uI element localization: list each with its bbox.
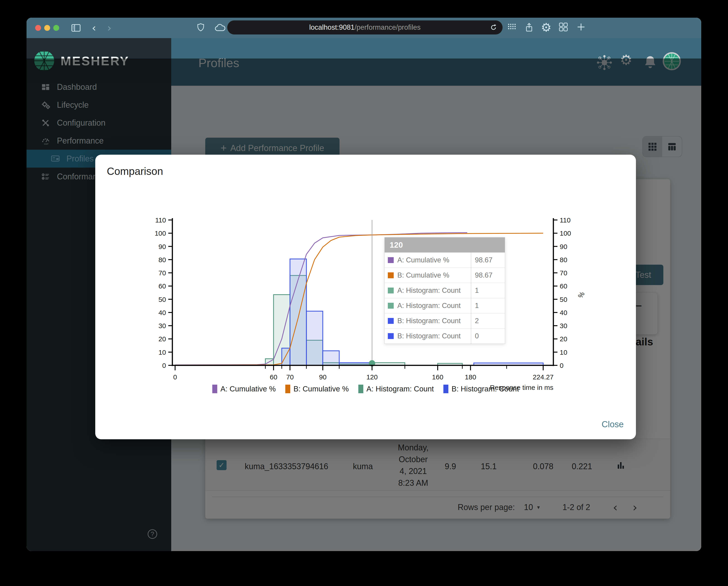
tooltip-row: B: Histogram: Count2 (385, 313, 505, 328)
svg-text:160: 160 (432, 373, 443, 381)
comparison-chart[interactable]: 0010102020303040405050606070708080909010… (95, 155, 636, 439)
tooltip-series-label: B: Cumulative % (397, 271, 471, 279)
tooltip-series-label: A: Cumulative % (397, 256, 471, 264)
tooltip-header: 120 (385, 237, 505, 252)
legend-item[interactable]: A: Histogram: Count (358, 384, 434, 393)
svg-text:20: 20 (158, 335, 166, 343)
legend-item[interactable]: A: Cumulative % (212, 384, 276, 393)
histogram-bar (323, 351, 339, 365)
svg-text:0: 0 (560, 362, 564, 369)
close-button[interactable]: Close (602, 420, 624, 429)
svg-text:110: 110 (155, 216, 166, 224)
chart-tooltip: 120 A: Cumulative %98.67B: Cumulative %9… (384, 237, 505, 344)
tooltip-row: B: Histogram: Count0 (385, 328, 505, 344)
chart-svg: 0010102020303040405050606070708080909010… (95, 155, 636, 439)
browser-settings-gear-icon[interactable]: ⚙ (541, 20, 551, 34)
minimize-window-button[interactable] (44, 25, 50, 31)
svg-text:70: 70 (286, 373, 294, 381)
tab-overview-icon[interactable] (558, 22, 568, 33)
tooltip-series-swatch (388, 288, 394, 293)
svg-text:60: 60 (158, 282, 166, 290)
svg-text:90: 90 (158, 243, 166, 250)
reload-icon[interactable] (489, 23, 498, 32)
svg-text:30: 30 (158, 322, 166, 329)
histogram-bar (290, 259, 306, 365)
svg-text:40: 40 (158, 309, 166, 316)
zoom-window-button[interactable] (53, 25, 59, 31)
svg-text:90: 90 (319, 373, 327, 381)
tooltip-series-swatch (388, 303, 394, 309)
tooltip-series-swatch (388, 333, 394, 339)
svg-text:0: 0 (162, 362, 166, 369)
url-host: localhost:9081 (309, 23, 355, 31)
svg-text:90: 90 (560, 243, 567, 250)
svg-text:120: 120 (366, 373, 378, 381)
svg-text:70: 70 (158, 269, 166, 277)
svg-text:40: 40 (560, 309, 567, 316)
tooltip-row: A: Histogram: Count1 (385, 298, 505, 313)
tooltip-series-value: 98.67 (471, 268, 505, 283)
tooltip-row: A: Histogram: Count1 (385, 283, 505, 298)
sidebar-toggle-icon[interactable] (71, 22, 81, 34)
tooltip-row: B: Cumulative %98.67 (385, 268, 505, 283)
svg-text:10: 10 (158, 349, 166, 356)
svg-text:30: 30 (560, 322, 567, 329)
screen: ‹ › localhost:9081/performance/profiles … (0, 0, 728, 586)
tooltip-series-value: 1 (471, 298, 505, 313)
histogram-bar (306, 311, 323, 365)
legend-swatch-a-histogram (358, 384, 363, 393)
svg-text:80: 80 (560, 256, 567, 264)
tooltip-series-swatch (388, 272, 394, 278)
tooltip-series-label: B: Histogram: Count (397, 317, 471, 325)
svg-text:50: 50 (158, 296, 166, 303)
forward-icon[interactable]: › (107, 22, 111, 33)
keypad-grid-icon[interactable] (507, 22, 516, 32)
comparison-modal: Comparison 00101020203030404050506060707… (95, 155, 636, 439)
privacy-shield-icon[interactable] (196, 22, 205, 34)
svg-text:180: 180 (465, 373, 476, 381)
url-path: /performance/profiles (355, 23, 420, 31)
svg-text:70: 70 (560, 269, 567, 277)
legend-swatch-a-cumulative (212, 384, 217, 393)
svg-text:0: 0 (173, 373, 177, 381)
tooltip-series-value: 2 (471, 313, 505, 328)
browser-titlebar: ‹ › localhost:9081/performance/profiles … (27, 18, 701, 38)
tooltip-series-label: B: Histogram: Count (397, 332, 471, 340)
legend-item[interactable]: B: Histogram: Count (443, 384, 519, 393)
svg-text:50: 50 (560, 296, 567, 303)
tooltip-row: A: Cumulative %98.67 (385, 252, 505, 268)
tooltip-series-label: A: Histogram: Count (397, 287, 471, 295)
tooltip-series-value: 98.67 (471, 252, 505, 268)
svg-text:60: 60 (560, 282, 567, 290)
svg-text:100: 100 (155, 230, 166, 237)
svg-text:110: 110 (560, 216, 571, 224)
chart-legend: A: Cumulative % B: Cumulative % A: Histo… (95, 384, 636, 393)
browser-window: ‹ › localhost:9081/performance/profiles … (27, 18, 701, 551)
svg-text:20: 20 (560, 335, 567, 343)
legend-swatch-b-cumulative (285, 384, 290, 393)
svg-text:10: 10 (560, 349, 567, 356)
svg-text:60: 60 (270, 373, 277, 381)
tooltip-series-value: 1 (471, 283, 505, 298)
svg-text:80: 80 (158, 256, 166, 264)
legend-item[interactable]: B: Cumulative % (285, 384, 349, 393)
tooltip-series-swatch (388, 318, 394, 324)
address-bar[interactable]: localhost:9081/performance/profiles (227, 20, 502, 34)
svg-text:100: 100 (560, 230, 571, 237)
tooltip-series-swatch (388, 257, 394, 263)
back-icon[interactable]: ‹ (92, 22, 96, 33)
y-axis-title: % (576, 290, 586, 299)
tooltip-series-value: 0 (471, 328, 505, 344)
svg-text:224.27: 224.27 (533, 373, 554, 381)
legend-swatch-b-histogram (443, 384, 448, 393)
cloud-icon[interactable] (214, 22, 226, 34)
close-window-button[interactable] (35, 25, 41, 31)
new-tab-plus-icon[interactable] (576, 22, 586, 33)
tooltip-series-label: A: Histogram: Count (397, 302, 471, 310)
share-icon[interactable] (525, 22, 534, 34)
